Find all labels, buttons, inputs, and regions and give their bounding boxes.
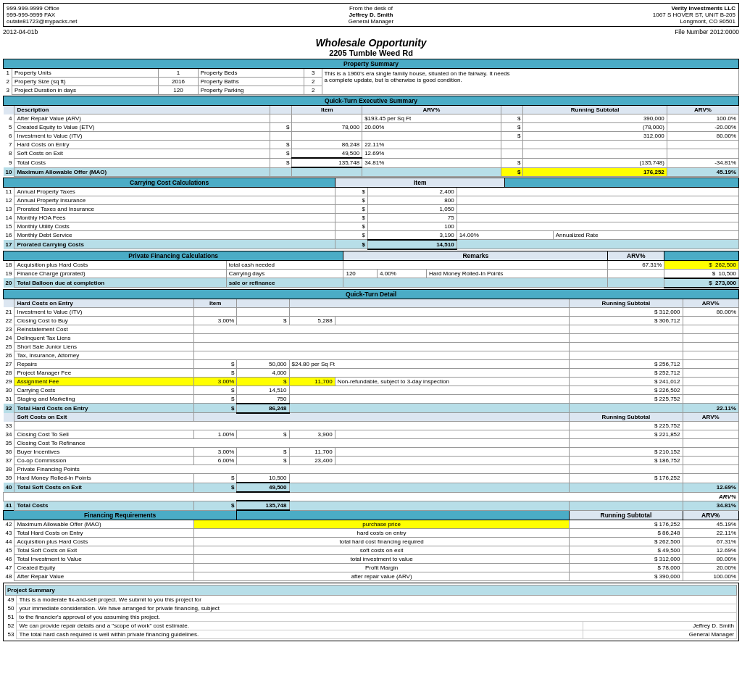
ps-row-52: 52 We can provide repair details and a "… [6,621,737,630]
r45-arv: 12.69% [683,546,738,554]
qtd-row-24: 24 Delinquent Tax Liens [4,333,739,342]
qte-row-10: 10 Maximum Allowable Offer (MAO) $ 176,2… [4,167,739,176]
qtd-row-34: 34 Closing Cost To Sell 1.00% $ 3,900 $ … [4,430,739,439]
r13-num: 13 [4,204,14,213]
r46-num: 46 [4,554,14,563]
r42-center: purchase price [193,520,570,528]
r19-pct: 4.00% [378,269,427,278]
r35-rs [570,439,683,448]
ps-sig-title: General Manager [583,630,736,638]
company-city: Longmont, CO 80501 [493,18,735,25]
r10-rs-dollar: $ [501,167,523,176]
r28-note [289,368,570,377]
r16-pct: 14.00% [457,230,553,240]
r5-amount: 78,000 [292,123,362,132]
qte-item-h: Item [292,106,362,114]
r13-label: Prorated Taxes and Insurance [14,204,335,213]
qtd-row-21: 21 Investment to Value (ITV) $ 312,000 8… [4,307,739,316]
qtd-row-39: 39 Hard Money Rolled-In Points $ 10,500 … [4,474,739,483]
title-block: Wholesale Opportunity 2205 Tumble Weed R… [3,37,739,57]
r36-arv [683,448,738,457]
r31-rs: $ 225,752 [570,394,683,404]
r45-label: Total Soft Costs on Exit [14,546,193,554]
r8-rs [523,149,667,159]
document-date: 2012-04-01b [3,28,38,36]
r40-num: 40 [4,483,14,492]
cc-row-12: 12 Annual Property Insurance $ 800 [4,196,739,204]
r19-label: Finance Charge (prorated) [14,269,226,278]
r44-center: total hard cost financing required [193,537,570,546]
r22-dollar: $ [237,316,289,325]
r40-amount: 49,500 [237,483,289,492]
r19-days: 120 [343,269,378,278]
r23-label: Reinstatement Cost [14,325,193,333]
pf-row-20: 20 Total Balloon due at completion sale … [4,278,739,288]
qtd-row-22: 22 Closing Cost to Buy 3.00% $ 5,288 $ 3… [4,316,739,325]
r8-dollar: $ [270,149,292,159]
r24-label: Delinquent Tax Liens [14,333,193,342]
fin-row-45: 45 Total Soft Costs on Exit soft costs o… [4,546,739,554]
r10-arv [362,167,501,176]
hc-num-h [4,299,14,307]
r7-label: Hard Costs on Entry [14,141,270,149]
prop-duration-label: Project Duration in days [12,86,159,95]
r47-num: 47 [4,563,14,572]
r16-label: Monthly Debt Service [14,230,335,240]
r37-arv [683,457,738,465]
r15-num: 15 [4,222,14,230]
manager-title: General Manager [249,18,492,25]
r29-label: Assignment Fee [14,377,193,386]
r10-label: Maximum Allowable Offer (MAO) [14,167,270,176]
qtd-row-33: 33 $ 225,752 [4,422,739,430]
r11-dollar: $ [335,187,368,196]
r27-dollar: $ [193,359,237,368]
r33-rs: $ 225,752 [570,422,683,430]
r10-amount [292,167,362,176]
cc-note-h [505,178,739,187]
sc-arv-h: ARV% [683,413,738,422]
r30-num: 30 [4,386,14,394]
r12-num: 12 [4,196,14,204]
qte-item-dollar-h [270,106,292,114]
ps-header-row: Project Summary [6,585,737,595]
r44-rs: $ 262,500 [570,537,683,546]
r38-rs [570,465,683,474]
r44-arv: 67.31% [683,537,738,546]
r42-rs: $ 176,252 [570,520,683,528]
r18-item: total cash needed [226,260,343,269]
qte-row-6: 6 Investment to Value (ITV) $ 312,000 80… [4,132,739,141]
r16-num: 16 [4,230,14,240]
r11-label: Annual Property Taxes [14,187,335,196]
r9-num: 9 [4,158,14,167]
r7-dollar: $ [270,141,292,149]
project-summary-table: Project Summary 49 This is a moderate fi… [5,585,737,639]
r34-label: Closing Cost To Sell [14,430,193,439]
r46-arv: 80.00% [683,554,738,563]
r10-rs: 176,252 [523,167,667,176]
hc-arv-h: ARV% [683,299,738,307]
r30-rs: $ 226,502 [570,386,683,394]
ps-num-52: 52 [6,621,17,630]
r37-pct: 6.00% [193,457,237,465]
ps-sig-name: Jeffrey D. Smith [583,621,736,630]
r21-rs: $ 312,000 [570,307,683,316]
r17-dollar: $ [335,240,368,249]
qtd-row-31: 31 Staging and Marketing $ 750 $ 225,752 [4,394,739,404]
prop-parking-val: 2 [304,86,322,95]
r4-arv2: 100.0% [667,114,738,123]
prop-baths-label: Property Baths [198,78,304,86]
row-num-1: 1 [4,69,12,78]
r8-num: 8 [4,149,14,159]
fin-req-sp [237,510,570,520]
fin-req-header: Financing Requirements Running Subtotal … [4,510,739,520]
r27-label: Repairs [14,359,193,368]
qtd-label: Quick-Turn Detail [4,289,739,299]
r31-num: 31 [4,394,14,404]
r31-label: Staging and Marketing [14,394,193,404]
qtd-row-35: 35 Closing Cost To Refinance [4,439,739,448]
r7-arv2 [667,141,738,149]
r28-amount: 4,000 [237,368,289,377]
r29-num: 29 [4,377,14,386]
qtd-row-29: 29 Assignment Fee 3.00% $ 11,700 Non-ref… [4,377,739,386]
r17-note [457,240,738,249]
